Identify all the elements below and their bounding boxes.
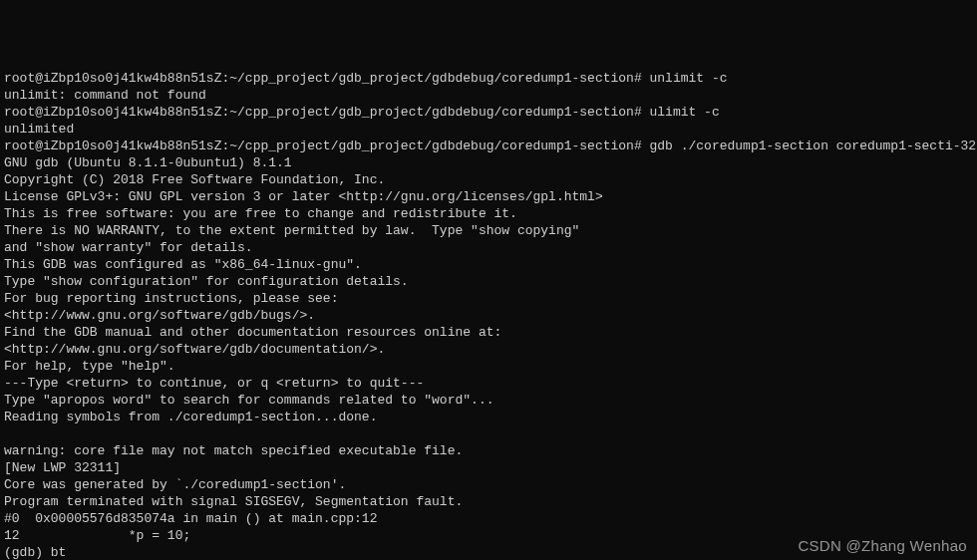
terminal-line: Reading symbols from ./coredump1-section… [4,410,377,424]
terminal-line: warning: core file may not match specifi… [4,443,463,458]
terminal-line: Core was generated by `./coredump1-secti… [4,477,346,492]
terminal-line: License GPLv3+: GNU GPL version 3 or lat… [4,189,603,204]
terminal-line: unlimit: command not found [4,88,206,103]
watermark-text: CSDN @Zhang Wenhao [798,537,967,554]
terminal-line: This is free software: you are free to c… [4,206,517,221]
terminal-line: 12 *p = 10; [4,528,190,543]
terminal-output[interactable]: root@iZbp10so0j41kw4b88n51sZ:~/cpp_proje… [4,70,973,560]
terminal-line: For help, type "help". [4,359,175,374]
terminal-line: and "show warranty" for details. [4,240,253,255]
terminal-line: Type "apropos word" to search for comman… [4,393,493,408]
terminal-line: This GDB was configured as "x86_64-linux… [4,257,362,272]
terminal-line: Type "show configuration" for configurat… [4,274,409,289]
terminal-line: (gdb) bt [4,545,66,560]
terminal-line: Copyright (C) 2018 Free Software Foundat… [4,172,385,187]
terminal-line: root@iZbp10so0j41kw4b88n51sZ:~/cpp_proje… [4,139,977,153]
terminal-line: GNU gdb (Ubuntu 8.1.1-0ubuntu1) 8.1.1 [4,155,292,170]
terminal-line: There is NO WARRANTY, to the extent perm… [4,223,579,238]
terminal-line: <http://www.gnu.org/software/gdb/documen… [4,342,385,357]
terminal-line: root@iZbp10so0j41kw4b88n51sZ:~/cpp_proje… [4,105,720,120]
terminal-line: unlimited [4,122,74,137]
terminal-line: ---Type <return> to continue, or q <retu… [4,376,424,391]
terminal-line: Find the GDB manual and other documentat… [4,325,501,340]
terminal-line: For bug reporting instructions, please s… [4,291,338,306]
terminal-line: #0 0x00005576d835074a in main () at main… [4,511,377,526]
terminal-line: [New LWP 32311] [4,460,121,475]
terminal-line: Program terminated with signal SIGSEGV, … [4,494,463,509]
terminal-line: root@iZbp10so0j41kw4b88n51sZ:~/cpp_proje… [4,71,728,86]
terminal-line: <http://www.gnu.org/software/gdb/bugs/>. [4,308,315,323]
